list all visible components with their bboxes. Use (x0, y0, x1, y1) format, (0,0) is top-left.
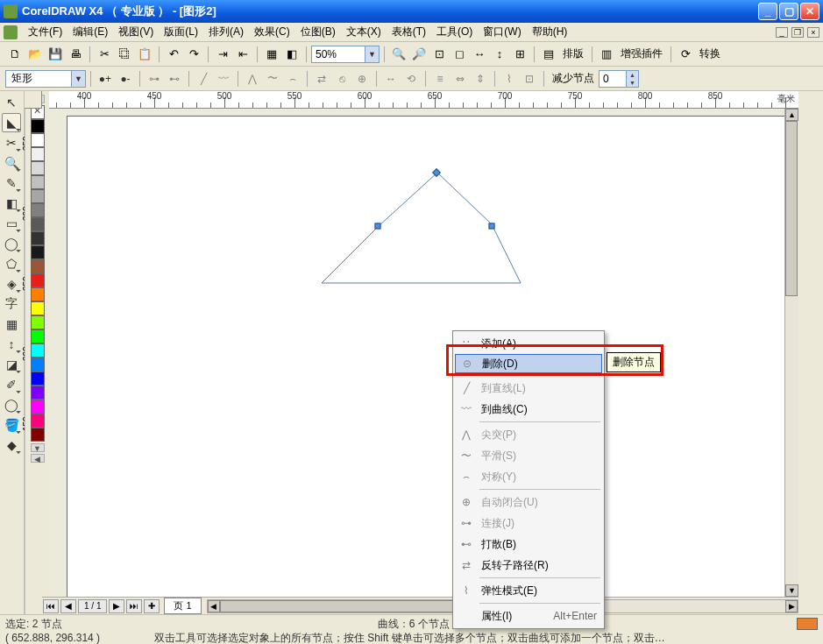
interactive-fill-icon[interactable]: ◆ (2, 435, 21, 455)
convert-icon[interactable]: ⟳ (676, 45, 695, 64)
scroll-thumb[interactable] (785, 121, 798, 296)
break-node-icon[interactable]: ⊷ (165, 69, 184, 88)
dimension-tool-icon[interactable]: ↕ (2, 335, 21, 354)
ruler-horizontal[interactable]: 毫米 400450500550600650700750800850 (42, 91, 798, 109)
open-button[interactable]: 📂 (25, 45, 45, 64)
zoom-tool-icon[interactable]: 🔍 (2, 153, 21, 173)
canvas[interactable] (42, 109, 798, 597)
mdi-min[interactable]: _ (776, 27, 788, 38)
convert-label[interactable]: 转换 (696, 46, 724, 61)
polygon-tool-icon[interactable]: ⬠ (2, 254, 21, 273)
menu-edit[interactable]: 编辑(E) (67, 23, 113, 41)
add-page-button[interactable]: ✚ (144, 599, 160, 613)
menu-arrange[interactable]: 排列(A) (203, 23, 249, 41)
shape-tool-icon[interactable]: ◣ (2, 113, 21, 132)
smooth-icon[interactable]: 〜 (263, 69, 282, 88)
color-swatch[interactable] (31, 287, 45, 301)
node-selected[interactable] (489, 223, 495, 230)
join-nodes-icon[interactable]: ⊶ (145, 69, 164, 88)
color-swatch[interactable] (31, 161, 45, 175)
menu-table[interactable]: 表格(T) (387, 23, 431, 41)
color-swatch[interactable] (31, 119, 45, 133)
first-page-button[interactable]: ⏮ (43, 599, 59, 613)
cm-add[interactable]: ∵添加(A) (455, 333, 602, 354)
rotate-icon[interactable]: ⟲ (401, 69, 421, 88)
zoom-page-icon[interactable]: ◻ (450, 45, 469, 64)
cm-properties[interactable]: 属性(I)Alt+Enter (455, 605, 602, 626)
welcome-button[interactable]: ◧ (282, 45, 302, 64)
scroll-up-icon[interactable]: ▲ (785, 109, 798, 121)
cm-delete[interactable]: ⊝删除(D) (455, 354, 602, 373)
cut-button[interactable]: ✂ (95, 45, 114, 64)
palette-scroll-down-icon[interactable]: ▼ (31, 443, 45, 452)
color-swatch[interactable] (31, 259, 45, 273)
color-swatch[interactable] (31, 301, 45, 315)
zoom-all-icon[interactable]: ⊞ (510, 45, 529, 64)
interactive-tool-icon[interactable]: ◪ (2, 355, 21, 374)
curve-shape[interactable] (313, 169, 532, 292)
menu-file[interactable]: 文件(F) (23, 23, 67, 41)
ellipse-tool-icon[interactable]: ◯ (2, 234, 21, 253)
basic-shapes-icon[interactable]: ◈ (2, 274, 21, 294)
plugin-icon[interactable]: ▥ (597, 45, 616, 64)
export-button[interactable]: ⇤ (233, 45, 252, 64)
menu-view[interactable]: 视图(V) (113, 23, 159, 41)
color-swatch[interactable] (31, 414, 45, 428)
color-swatch[interactable] (31, 343, 45, 357)
pick-tool-icon[interactable]: ↖ (2, 93, 21, 112)
cm-reverse[interactable]: ⇄反转子路径(R) (455, 555, 602, 576)
app-launch-button[interactable]: ▦ (262, 45, 281, 64)
to-curve-icon[interactable]: 〰 (214, 69, 233, 88)
redo-button[interactable]: ↷ (184, 45, 203, 64)
palette-flyout-icon[interactable]: ◀ (31, 454, 45, 463)
elastic-icon[interactable]: ⌇ (500, 69, 519, 88)
zoom-out-icon[interactable]: 🔎 (409, 45, 429, 64)
extract-icon[interactable]: ⎋ (332, 69, 351, 88)
page-tab[interactable]: 页 1 (164, 598, 201, 614)
reflect-v-icon[interactable]: ⇕ (471, 69, 490, 88)
spinner-arrows[interactable]: ▲▼ (626, 71, 638, 87)
next-page-button[interactable]: ▶ (109, 599, 124, 613)
prev-page-button[interactable]: ◀ (60, 599, 76, 613)
text-tool-icon[interactable]: 字 (2, 294, 21, 314)
eyedropper-tool-icon[interactable]: ✐ (2, 375, 21, 394)
arrange-label[interactable]: 排版 (559, 46, 587, 61)
zoom-in-icon[interactable]: 🔍 (389, 45, 408, 64)
copy-button[interactable]: ⿻ (115, 45, 134, 64)
reflect-h-icon[interactable]: ⇔ (451, 69, 470, 88)
color-swatch[interactable] (31, 203, 45, 217)
color-swatch[interactable] (31, 386, 45, 400)
vertical-scrollbar[interactable]: ▲ ▼ (784, 109, 798, 597)
color-swatch[interactable] (31, 357, 45, 372)
save-button[interactable]: 💾 (46, 45, 65, 64)
menu-layout[interactable]: 版面(L) (159, 23, 203, 41)
symmetric-icon[interactable]: ⌢ (283, 69, 302, 88)
zoom-input[interactable] (312, 46, 365, 62)
menu-window[interactable]: 窗口(W) (478, 23, 526, 41)
dropdown-icon[interactable]: ▼ (365, 46, 379, 62)
cm-to-line[interactable]: ╱到直线(L) (455, 378, 602, 399)
import-button[interactable]: ⇥ (213, 45, 232, 64)
color-swatch[interactable] (31, 329, 45, 343)
color-swatch[interactable] (31, 147, 45, 161)
color-swatch[interactable] (31, 400, 45, 414)
zoom-height-icon[interactable]: ↕ (490, 45, 509, 64)
mdi-restore[interactable]: ❐ (791, 27, 804, 38)
menu-help[interactable]: 帮助(H) (527, 23, 573, 41)
print-button[interactable]: 🖶 (66, 45, 85, 64)
cm-to-curve[interactable]: 〰到曲线(C) (455, 399, 602, 420)
outline-tool-icon[interactable]: ◯ (2, 395, 21, 414)
stretch-icon[interactable]: ↔ (381, 69, 401, 88)
table-tool-icon[interactable]: ▦ (2, 315, 21, 334)
to-line-icon[interactable]: ╱ (194, 69, 213, 88)
reduce-input[interactable] (600, 71, 626, 87)
zoom-width-icon[interactable]: ↔ (470, 45, 489, 64)
color-swatch[interactable] (31, 231, 45, 245)
paste-button[interactable]: 📋 (135, 45, 154, 64)
color-swatch[interactable] (31, 428, 45, 442)
zoom-fit-icon[interactable]: ⊡ (429, 45, 449, 64)
snap-button[interactable]: ▤ (539, 45, 558, 64)
minimize-button[interactable]: _ (758, 3, 777, 20)
align-icon[interactable]: ≡ (430, 69, 450, 88)
maximize-button[interactable]: ▢ (779, 3, 798, 20)
